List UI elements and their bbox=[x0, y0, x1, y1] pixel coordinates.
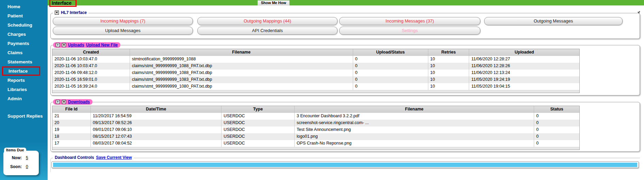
table-cell: 0 bbox=[534, 120, 579, 126]
table-cell: 2020-11-05 16:59:01.0 bbox=[52, 76, 130, 83]
table-row[interactable]: 2111/20/2017 16:54:59USERDOC3 Encounter … bbox=[52, 113, 579, 120]
sidebar-item-label: Statements bbox=[7, 59, 32, 64]
dashboard-scrollbar-track bbox=[51, 161, 639, 168]
table-cell: 10 bbox=[428, 76, 469, 83]
table-row[interactable]: 1909/01/2017 09:06:10USERDOCTest Site An… bbox=[52, 126, 579, 133]
table-cell: 18 bbox=[52, 133, 91, 140]
sidebar-item-support-replies[interactable]: Support Replies bbox=[0, 111, 48, 121]
sidebar: Home Patient Scheduling Charges Payments… bbox=[0, 0, 48, 180]
column-header[interactable]: Created bbox=[52, 49, 130, 56]
table-row[interactable]: 1708/03/2017 08:04:52USERDOCOPS Crash-No… bbox=[52, 140, 579, 147]
main-content: Interface Show Me How ✕ HL7 Interface In… bbox=[48, 0, 644, 180]
table-row[interactable]: 1808/15/2017 12:07:43USERDOClogo01.png0 bbox=[52, 133, 579, 140]
column-header[interactable]: File Id bbox=[52, 106, 91, 113]
column-header[interactable]: Status bbox=[534, 106, 579, 113]
sidebar-item-reports[interactable]: Reports bbox=[0, 76, 48, 85]
show-me-how-button[interactable]: Show Me How bbox=[258, 0, 290, 5]
sidebar-item-label: Libraries bbox=[7, 87, 27, 92]
column-header[interactable]: Upload/Status bbox=[353, 49, 428, 56]
column-header[interactable]: Filename bbox=[295, 106, 534, 113]
table-cell: USERDOC bbox=[221, 133, 295, 140]
uploads-link[interactable]: Uploads bbox=[68, 43, 84, 47]
checkbox-close-icon[interactable]: ✕ bbox=[55, 11, 59, 15]
table-row[interactable]: 2009/13/2017 08:52:26USERDOCscreenshot-s… bbox=[52, 120, 579, 126]
expand-icon[interactable]: + bbox=[56, 43, 60, 47]
app-root: Home Patient Scheduling Charges Payments… bbox=[0, 0, 644, 180]
items-due-now-label: Now: bbox=[7, 155, 22, 160]
incoming-mappings-button[interactable]: Incoming Mappings (7) bbox=[53, 17, 193, 25]
sidebar-item-home[interactable]: Home bbox=[0, 2, 48, 11]
table-cell: 0 bbox=[353, 83, 428, 90]
column-header[interactable]: Filename bbox=[130, 49, 353, 56]
close-icon[interactable]: ✕ bbox=[62, 43, 66, 47]
table-cell: 21 bbox=[52, 113, 91, 120]
sidebar-item-charges[interactable]: Charges bbox=[0, 30, 48, 39]
column-header[interactable]: Retries bbox=[428, 49, 469, 56]
table-row[interactable]: 2020-11-05 16:39:24.0claims/stmt_9999999… bbox=[52, 83, 579, 90]
table-cell: screenshot-service.ringcentral.com- ... bbox=[295, 120, 534, 126]
table-row[interactable]: 2020-11-06 10:03:47.0claims/stmt_9999999… bbox=[52, 63, 579, 70]
sidebar-item-label: Support Replies bbox=[7, 114, 43, 119]
outgoing-mappings-button[interactable]: Outgoing Mappings (44) bbox=[197, 17, 337, 25]
table-cell: claims/stmt_999999999_1080_PAT.txt.dbp bbox=[130, 83, 353, 90]
table-cell: 20 bbox=[52, 120, 91, 126]
sidebar-item-libraries[interactable]: Libraries bbox=[0, 85, 48, 94]
downloads-link[interactable]: Downloads bbox=[68, 100, 90, 104]
save-current-view-link[interactable]: Save Current View bbox=[96, 155, 132, 160]
table-cell: 11/05/2020 19:24:19 bbox=[469, 76, 579, 83]
table-cell: 0 bbox=[353, 56, 428, 63]
table-cell: 09/13/2017 08:52:26 bbox=[91, 120, 222, 126]
page-title: Interface bbox=[49, 0, 77, 7]
table-cell: 0 bbox=[353, 70, 428, 76]
sidebar-item-claims[interactable]: Claims bbox=[0, 48, 48, 57]
items-due-soon-link[interactable]: 0 bbox=[26, 164, 28, 169]
table-cell: USERDOC bbox=[221, 120, 295, 126]
table-cell: 11/05/2020 19:04:15 bbox=[469, 83, 579, 90]
table-header-row: File IdDate/TimeTypeFilenameStatus bbox=[52, 106, 579, 113]
table-cell: logo01.png bbox=[295, 133, 534, 140]
table-row[interactable]: 2020-11-05 16:59:01.0claims/stmt_9999999… bbox=[52, 76, 579, 83]
close-icon[interactable]: ✕ bbox=[62, 100, 66, 104]
hl7-legend-label: HL7 Interface bbox=[61, 10, 87, 15]
column-header[interactable]: Type bbox=[221, 106, 295, 113]
sidebar-item-admin[interactable]: Admin bbox=[0, 94, 48, 103]
incoming-messages-button[interactable]: Incoming Messages (37) bbox=[339, 17, 480, 25]
table-cell: stmtnotification_999999999_1088 bbox=[130, 56, 353, 63]
table-row[interactable]: 2020-11-06 09:48:12.0claims/stmt_9999999… bbox=[52, 70, 579, 76]
sidebar-item-label: Interface bbox=[9, 69, 28, 74]
dashboard-scrollbar-thumb[interactable] bbox=[53, 163, 637, 167]
items-due-title: Items Due bbox=[4, 148, 26, 152]
upload-messages-button[interactable]: Upload Messages bbox=[53, 27, 193, 35]
sidebar-item-label: Payments bbox=[7, 41, 29, 46]
items-due-now-link[interactable]: 5 bbox=[26, 155, 28, 160]
sidebar-item-label: Home bbox=[7, 4, 20, 9]
table-cell: 17 bbox=[52, 140, 91, 147]
sidebar-item-payments[interactable]: Payments bbox=[0, 39, 48, 48]
api-credentials-button[interactable]: API Credentials bbox=[197, 27, 337, 35]
table-cell: 0 bbox=[534, 113, 579, 120]
upload-new-file-link[interactable]: Upload New File bbox=[86, 43, 118, 47]
column-header[interactable]: Date/Time bbox=[91, 106, 222, 113]
sidebar-item-patient[interactable]: Patient bbox=[0, 11, 48, 20]
table-row[interactable]: 2020-11-06 10:03:47.0stmtnotification_99… bbox=[52, 56, 579, 63]
table-cell: claims/stmt_999999999_1083_PAT.txt.dbp bbox=[130, 76, 353, 83]
table-cell: 08/15/2017 12:07:43 bbox=[91, 133, 222, 140]
table-row-clipped bbox=[52, 90, 579, 93]
sidebar-item-statements[interactable]: Statements bbox=[0, 57, 48, 66]
sidebar-item-interface[interactable]: Interface bbox=[2, 66, 40, 76]
table-cell: 10 bbox=[428, 70, 469, 76]
table-cell: claims/stmt_999999999_1088_PAT.txt.dbp bbox=[130, 63, 353, 70]
dashboard-controls-label: Dashboard Controls bbox=[55, 155, 94, 160]
items-due-soon-label: Soon: bbox=[7, 164, 22, 169]
dashboard-controls-section: Dashboard Controls Save Current View bbox=[50, 158, 640, 172]
expand-icon[interactable]: + bbox=[56, 100, 60, 104]
uploads-legend: + ✕ Uploads Upload New File bbox=[53, 42, 120, 48]
sidebar-item-scheduling[interactable]: Scheduling bbox=[0, 20, 48, 30]
table-cell: 11/06/2020 12:28:26 bbox=[469, 63, 579, 70]
outgoing-messages-button[interactable]: Outgoing Messages bbox=[484, 17, 623, 25]
downloads-legend: + ✕ Downloads bbox=[53, 99, 93, 105]
column-header[interactable]: Uploaded bbox=[469, 49, 579, 56]
settings-button[interactable]: Settings bbox=[339, 27, 480, 35]
table-cell: 2020-11-06 10:03:47.0 bbox=[52, 63, 130, 70]
table-cell: USERDOC bbox=[221, 140, 295, 147]
